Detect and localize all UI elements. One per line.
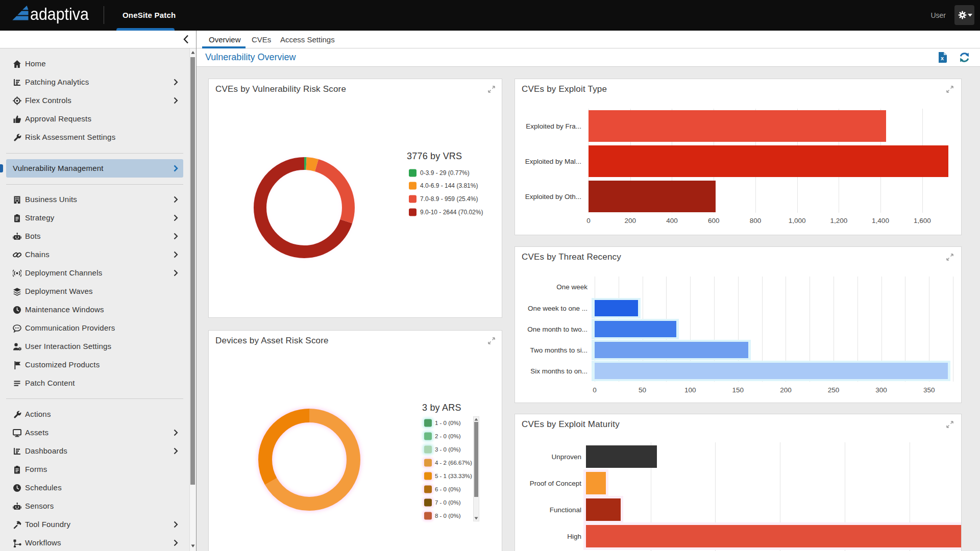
svg-text:x: x xyxy=(941,55,944,61)
